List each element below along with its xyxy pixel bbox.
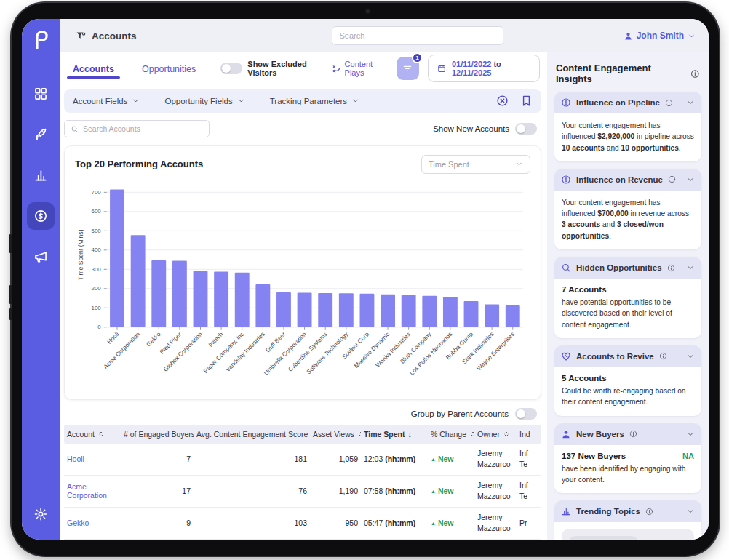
x-tick-label: Hooli	[105, 330, 120, 345]
column-header-time-spent[interactable]: Time Spent↓	[361, 430, 428, 439]
accounts-to-revive-body: 5 AccountsCould be worth re-engaging bas…	[554, 367, 701, 416]
group-by-parent-toggle[interactable]	[515, 408, 537, 420]
chevron-down-icon[interactable]	[686, 507, 695, 516]
sidebar-nav	[27, 80, 55, 500]
chevron-down-icon[interactable]	[686, 98, 695, 107]
column-header-account[interactable]: Account	[64, 430, 121, 439]
info-icon[interactable]	[645, 508, 653, 516]
trending-topics-header[interactable]: Trending Topics	[554, 500, 701, 522]
search-accounts-input[interactable]	[83, 124, 203, 133]
chevron-down-icon	[351, 97, 359, 105]
search-accounts-field[interactable]	[64, 120, 210, 137]
bar-los-pollos-hermanos[interactable]	[443, 297, 458, 327]
insight-card-trending-topics: Trending TopicsMobile AppNAAccount-Based…	[554, 500, 701, 540]
column-header-asset-views[interactable]: Asset Views	[310, 430, 361, 439]
bar-massive-dynamic[interactable]	[381, 294, 395, 327]
insights-panel: Content Engagement Insights Influence on…	[547, 52, 709, 540]
influence-on-revenue-body: Your content engagement has influenced $…	[554, 191, 701, 249]
info-icon[interactable]	[665, 99, 673, 107]
column-header-of-engaged-buyers[interactable]: # of Engaged Buyers	[121, 430, 194, 439]
bar-stark-industries[interactable]	[485, 304, 499, 327]
info-icon[interactable]	[690, 69, 700, 79]
clear-filters-icon[interactable]	[496, 95, 509, 107]
column-header-change[interactable]: % Change	[428, 430, 474, 439]
content-plays-button[interactable]: Content Plays	[332, 60, 388, 77]
show-new-accounts-toggle[interactable]	[515, 123, 537, 135]
bookmark-icon[interactable]	[520, 95, 533, 107]
info-icon[interactable]	[668, 175, 676, 183]
account-link[interactable]: Acme Corporation	[67, 482, 107, 500]
top-accounts-chart-card: Top 20 Performing Accounts Time Spent 01…	[64, 145, 541, 400]
tab-accounts[interactable]: Accounts	[70, 54, 117, 83]
metric-select[interactable]: Time Spent	[421, 155, 530, 174]
bar-initech[interactable]	[214, 271, 228, 327]
nav-promotions[interactable]	[27, 243, 55, 271]
x-tick-label: Globex Corporation	[162, 329, 204, 372]
account-fields-dropdown[interactable]: Account Fields	[73, 97, 140, 105]
nav-revenue[interactable]	[27, 202, 55, 230]
table-row: Gekko910395005:47 (hh:mm)▲NewJeremy Mazz…	[64, 508, 541, 540]
person-icon	[624, 31, 633, 41]
nav-campaigns[interactable]	[27, 121, 55, 148]
chevron-down-icon	[515, 160, 523, 168]
bar-bluth-company[interactable]	[422, 295, 437, 327]
filter-button[interactable]: 1	[397, 57, 419, 80]
tracking-parameters-dropdown[interactable]: Tracking Parameters	[270, 97, 359, 105]
column-header-avg-content-engagement-score[interactable]: Avg. Content Engagement Score	[194, 430, 310, 439]
volume-button	[9, 285, 12, 304]
bar-paper-company-inc[interactable]	[235, 272, 250, 327]
chevron-down-icon[interactable]	[686, 263, 695, 272]
show-excluded-visitors-toggle[interactable]	[220, 63, 242, 74]
account-link[interactable]: Gekko	[67, 519, 89, 527]
accounts-table: Account# of Engaged BuyersAvg. Content E…	[64, 425, 541, 540]
info-icon[interactable]	[629, 430, 637, 438]
bar-bubba-gump[interactable]	[464, 301, 479, 327]
app-logo-icon[interactable]	[30, 29, 52, 51]
topic-pill[interactable]: Mobile AppNA	[568, 536, 639, 540]
user-menu[interactable]: John Smith	[624, 31, 696, 41]
chevron-down-icon[interactable]	[686, 430, 695, 439]
card-text: have been identified by engaging with yo…	[562, 463, 694, 486]
bar-duff-beer[interactable]	[276, 292, 291, 327]
filter-lines-icon	[402, 63, 413, 74]
nav-analytics[interactable]	[27, 161, 55, 189]
chevron-down-icon[interactable]	[686, 175, 695, 184]
account-link[interactable]: Hooli	[67, 455, 84, 463]
search-accounts-row: Show New Accounts	[64, 119, 541, 140]
bar-cyberdine-systems[interactable]	[318, 292, 332, 327]
bar-hooli[interactable]	[110, 189, 124, 327]
change-badge: ▲New	[431, 487, 471, 495]
chevron-down-icon[interactable]	[686, 352, 695, 361]
x-tick-label: Wayne Enterprises	[475, 330, 516, 372]
accounts-to-revive-header[interactable]: Accounts to Revive	[554, 345, 701, 367]
tab-opportunities[interactable]: Opportunities	[139, 54, 199, 83]
card-title: Hidden Opportunities	[576, 263, 662, 272]
bar-wonka-industries[interactable]	[402, 295, 416, 327]
card-headline: 5 Accounts	[562, 374, 607, 383]
column-header-owner[interactable]: Owner	[474, 430, 517, 439]
hidden-opportunities-header[interactable]: Hidden Opportunities	[554, 257, 701, 279]
info-icon[interactable]	[659, 352, 667, 360]
influence-on-revenue-header[interactable]: Influence on Revenue	[554, 169, 701, 191]
global-search-input[interactable]	[332, 26, 503, 45]
nav-dashboard[interactable]	[27, 80, 55, 108]
sort-desc-icon: ↓	[407, 430, 412, 439]
bar-acme-corporation[interactable]	[131, 235, 146, 327]
bar-umbrella-corporation[interactable]	[298, 292, 312, 327]
card-text: Your content engagement has influenced $…	[562, 120, 694, 153]
settings-button[interactable]	[27, 500, 55, 528]
opportunity-fields-dropdown[interactable]: Opportunity Fields	[164, 97, 244, 105]
bar-gekko[interactable]	[151, 260, 166, 327]
column-header-ind[interactable]: Ind	[517, 430, 533, 439]
bar-soylent-corp[interactable]	[359, 293, 374, 327]
new-buyers-header[interactable]: New Buyers	[554, 423, 701, 445]
bar-pied-piper[interactable]	[172, 260, 187, 327]
bar-globex-corporation[interactable]	[194, 271, 208, 327]
date-range-picker[interactable]: 01/11/2022 to 12/11/2025	[428, 55, 540, 82]
bar-vandelay-industries[interactable]	[255, 284, 270, 327]
bar-software-technology[interactable]	[339, 293, 354, 327]
info-icon[interactable]	[667, 264, 675, 272]
bar-wayne-enterprises[interactable]	[506, 305, 520, 327]
influence-on-pipeline-header[interactable]: Influence on Pipeline	[554, 92, 701, 113]
up-triangle-icon: ▲	[431, 521, 436, 526]
